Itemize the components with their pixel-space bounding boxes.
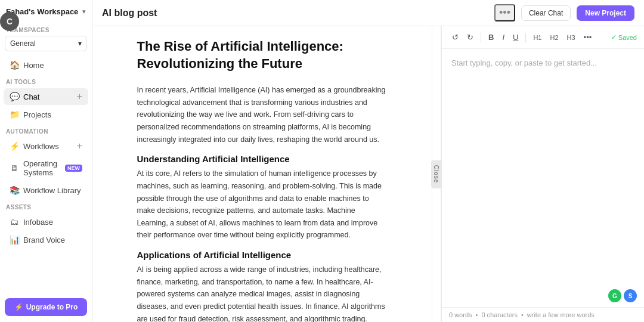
undo-button[interactable]: ↺ <box>449 31 462 44</box>
document-title: The Rise of Artificial Intelligence: Rev… <box>137 38 388 72</box>
upgrade-label: Upgrade to Pro <box>26 303 78 311</box>
workflows-icon: ⚡ <box>10 141 19 151</box>
more-options-button[interactable]: ••• <box>494 4 515 21</box>
doc-header-row: C The Rise of Artificial Intelligence: R… <box>137 38 388 78</box>
library-icon: 📚 <box>10 185 19 195</box>
sidebar-item-infobase-label: Infobase <box>23 218 53 227</box>
sidebar-item-brand-voice[interactable]: 📊 Brand Voice <box>4 231 88 248</box>
right-editor-panel: ↺ ↻ B I U H1 H2 H3 ••• ✓ Saved Start typ… <box>441 26 644 322</box>
sidebar: Fahad's Workspace ▾ Teamspaces General ▾… <box>0 0 92 322</box>
word-count-value: 0 words <box>449 311 472 318</box>
new-badge: NEW <box>65 165 82 172</box>
editor-content-area[interactable]: Start typing, copy, or paste to get star… <box>442 49 644 284</box>
editor-avatar-g: G <box>608 289 621 302</box>
editor-placeholder: Start typing, copy, or paste to get star… <box>451 58 597 67</box>
char-count: 0 characters <box>481 311 518 318</box>
check-icon: ✓ <box>611 33 617 41</box>
teamspace-value: General <box>10 39 36 48</box>
more-tools-button[interactable]: ••• <box>581 31 595 44</box>
assets-label: Assets <box>0 199 92 213</box>
sidebar-item-label: Home <box>23 61 44 70</box>
sidebar-item-projects-label: Projects <box>23 110 51 119</box>
editor-footer: 0 words • 0 characters • write a few mor… <box>442 307 644 322</box>
teamspace-select[interactable]: General ▾ <box>5 36 87 51</box>
word-count: 0 words <box>449 311 472 318</box>
chat-add-icon[interactable]: + <box>77 92 82 101</box>
document-panel: C The Rise of Artificial Intelligence: R… <box>92 26 432 322</box>
char-count-value: 0 characters <box>481 311 518 318</box>
close-sidebar-divider: Close <box>432 26 441 322</box>
clear-chat-button[interactable]: Clear Chat <box>521 5 571 21</box>
panels-row: C The Rise of Artificial Intelligence: R… <box>92 26 644 322</box>
footer-hint: write a few more words <box>527 311 595 318</box>
sidebar-item-library-label: Workflow Library <box>23 186 81 195</box>
doc-heading-1: Understanding Artificial Intelligence <box>137 154 388 164</box>
workflows-add-icon[interactable]: + <box>77 141 82 151</box>
saved-label: Saved <box>618 34 637 41</box>
h3-button[interactable]: H3 <box>564 32 578 43</box>
toolbar-sep-2 <box>525 33 526 42</box>
toolbar-sep-1 <box>481 33 481 42</box>
projects-icon: 📁 <box>10 110 19 119</box>
underline-button[interactable]: U <box>510 31 521 44</box>
sidebar-item-os-label: Operating Systems <box>23 159 58 177</box>
editor-toolbar: ↺ ↻ B I U H1 H2 H3 ••• ✓ Saved <box>442 26 644 49</box>
sidebar-item-brand-voice-label: Brand Voice <box>23 236 65 244</box>
automation-label: Automation <box>0 123 92 137</box>
doc-paragraph-0: In recent years, Artificial Intelligence… <box>137 84 388 145</box>
sidebar-item-workflow-library[interactable]: 📚 Workflow Library <box>4 182 88 199</box>
page-title: AI blog post <box>102 8 488 18</box>
sidebar-item-workflows[interactable]: ⚡ Workflows + <box>4 138 88 154</box>
upgrade-button[interactable]: ⚡ Upgrade to Pro <box>5 298 87 316</box>
sidebar-item-chat-label: Chat <box>23 92 39 101</box>
chevron-down-icon: ▾ <box>82 8 86 16</box>
doc-paragraph-2: At its core, AI refers to the simulation… <box>137 168 388 242</box>
sidebar-item-infobase[interactable]: 🗂 Infobase <box>4 213 88 230</box>
teamspace-select-wrap: General ▾ <box>0 36 92 56</box>
ai-tools-label: AI Tools <box>0 74 92 88</box>
topbar: AI blog post ••• Clear Chat New Project <box>92 0 644 26</box>
new-project-button[interactable]: New Project <box>577 5 634 21</box>
sidebar-item-workflows-label: Workflows <box>23 142 59 151</box>
os-icon: 🖥 <box>10 163 19 173</box>
document-content: C The Rise of Artificial Intelligence: R… <box>137 38 388 322</box>
upgrade-icon: ⚡ <box>14 303 23 311</box>
close-sidebar-button[interactable]: Close <box>431 160 441 188</box>
teamspace-chevron: ▾ <box>78 39 82 48</box>
doc-heading-3: Applications of Artificial Intelligence <box>137 250 388 260</box>
footer-sep-2: • <box>521 311 524 318</box>
sidebar-item-home[interactable]: 🏠 Home <box>4 57 88 73</box>
sidebar-item-chat[interactable]: 💬 Chat + <box>4 88 88 105</box>
chat-icon: 💬 <box>10 92 19 101</box>
bold-button[interactable]: B <box>485 31 497 44</box>
italic-button[interactable]: I <box>499 31 507 44</box>
sidebar-bottom: ⚡ Upgrade to Pro <box>0 292 92 322</box>
sidebar-item-operating-systems[interactable]: 🖥 Operating Systems NEW <box>4 156 88 181</box>
editor-avatar-s: S <box>624 289 637 302</box>
h1-button[interactable]: H1 <box>530 32 544 43</box>
redo-button[interactable]: ↻ <box>464 31 476 44</box>
sidebar-item-projects[interactable]: 📁 Projects <box>4 106 88 123</box>
doc-paragraph-4: AI is being applied across a wide range … <box>137 264 388 322</box>
footer-sep-1: • <box>476 311 478 318</box>
brand-voice-icon: 📊 <box>10 235 19 244</box>
saved-indicator: ✓ Saved <box>611 33 637 41</box>
home-icon: 🏠 <box>10 60 19 70</box>
infobase-icon: 🗂 <box>10 217 19 227</box>
h2-button[interactable]: H2 <box>547 32 561 43</box>
editor-avatars: G S <box>442 284 644 307</box>
content-area: AI blog post ••• Clear Chat New Project … <box>92 0 644 322</box>
